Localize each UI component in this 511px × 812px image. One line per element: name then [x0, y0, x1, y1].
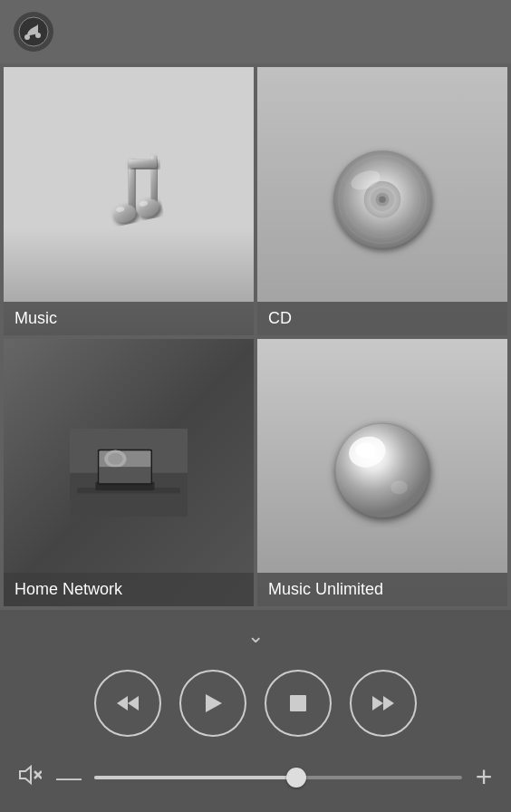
volume-up-button[interactable]: + — [475, 760, 493, 794]
svg-point-2 — [35, 33, 41, 38]
music-unlimited-orb-icon — [323, 413, 441, 531]
chevron-row: ⌄ — [0, 619, 511, 661]
stop-icon — [285, 691, 311, 716]
svg-marker-41 — [20, 767, 31, 783]
volume-slider[interactable] — [94, 776, 462, 779]
svg-rect-28 — [100, 467, 151, 483]
rewind-button[interactable] — [94, 670, 161, 737]
svg-point-1 — [24, 34, 30, 40]
svg-marker-36 — [128, 696, 139, 710]
fastforward-button[interactable] — [350, 670, 417, 737]
collapse-chevron-icon[interactable]: ⌄ — [247, 624, 264, 648]
transport-controls — [0, 661, 511, 751]
cd-icon — [323, 142, 441, 260]
svg-rect-38 — [290, 695, 306, 711]
grid-cell-cd[interactable]: CD — [257, 67, 507, 335]
music-cell-label: Music — [4, 302, 254, 335]
svg-rect-5 — [129, 160, 157, 168]
media-grid: Music — [0, 63, 511, 610]
home-network-icon — [70, 429, 188, 517]
svg-marker-39 — [372, 696, 383, 710]
volume-thumb[interactable] — [286, 768, 306, 788]
app-logo[interactable] — [14, 12, 53, 52]
svg-point-27 — [108, 452, 122, 464]
bottom-controls: ⌄ — [0, 610, 511, 812]
svg-point-32 — [355, 443, 375, 459]
home-network-cell-label: Home Network — [4, 573, 254, 606]
rewind-icon — [115, 691, 140, 716]
svg-marker-40 — [383, 696, 394, 710]
svg-marker-37 — [206, 694, 222, 712]
volume-track — [94, 776, 462, 779]
svg-point-33 — [390, 481, 408, 495]
logo-icon — [18, 16, 49, 47]
volume-fill — [94, 776, 296, 779]
grid-cell-home-network[interactable]: Home Network — [4, 339, 254, 607]
header — [0, 0, 511, 63]
svg-point-30 — [335, 423, 429, 517]
svg-point-17 — [379, 196, 385, 202]
music-note-icon — [79, 151, 178, 251]
volume-down-button[interactable]: — — [56, 763, 82, 792]
mute-icon — [18, 763, 42, 787]
cd-cell-label: CD — [257, 302, 507, 335]
play-icon — [200, 691, 226, 716]
svg-point-7 — [134, 197, 160, 219]
volume-controls: — + — [0, 751, 511, 812]
play-button[interactable] — [179, 670, 246, 737]
grid-cell-music-unlimited[interactable]: Music Unlimited — [257, 339, 507, 607]
stop-button[interactable] — [265, 670, 332, 737]
svg-rect-29 — [98, 483, 152, 485]
mute-button[interactable] — [18, 763, 43, 792]
grid-cell-music[interactable]: Music — [4, 67, 254, 335]
music-unlimited-cell-label: Music Unlimited — [257, 573, 507, 606]
svg-marker-35 — [117, 696, 128, 710]
fastforward-icon — [371, 691, 396, 716]
